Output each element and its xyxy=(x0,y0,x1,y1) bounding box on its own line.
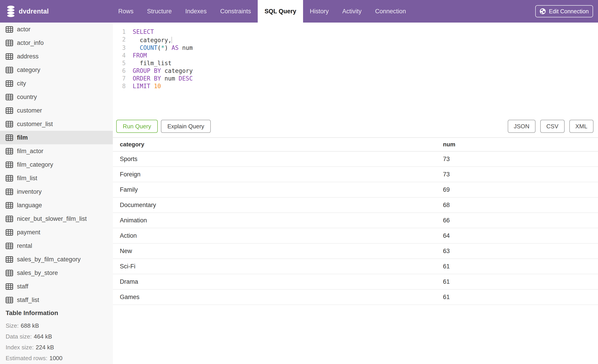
sidebar-item-label: inventory xyxy=(17,188,42,195)
tab-structure[interactable]: Structure xyxy=(140,0,179,23)
table-icon xyxy=(6,202,13,209)
sidebar-item-city[interactable]: city xyxy=(0,77,113,90)
line-number: 2 xyxy=(113,36,126,44)
table-info-row: Estimated rows:1000 xyxy=(6,353,113,364)
table-row: Sci-Fi61 xyxy=(113,259,598,274)
sidebar-item-rental[interactable]: rental xyxy=(0,239,113,253)
sidebar-item-actor_info[interactable]: actor_info xyxy=(0,36,113,50)
sidebar-item-label: city xyxy=(17,80,26,87)
sidebar-item-address[interactable]: address xyxy=(0,50,113,63)
code-text: SELECT xyxy=(133,28,154,36)
explain-query-button[interactable]: Explain Query xyxy=(161,120,211,133)
sidebar-item-staff_list[interactable]: staff_list xyxy=(0,293,113,307)
edit-connection-label: Edit Connection xyxy=(549,8,589,15)
sidebar-item-film_category[interactable]: film_category xyxy=(0,158,113,171)
table-row: Action64 xyxy=(113,228,598,243)
sidebar-item-label: film_category xyxy=(17,161,53,168)
cell-num: 68 xyxy=(443,202,450,209)
code-line: 8LIMIT 10 xyxy=(113,82,598,90)
sidebar-item-language[interactable]: language xyxy=(0,198,113,212)
sidebar-item-sales_by_store[interactable]: sales_by_store xyxy=(0,266,113,280)
tab-indexes[interactable]: Indexes xyxy=(178,0,214,23)
sidebar-item-label: nicer_but_slower_film_list xyxy=(17,215,87,222)
table-info-row: Data size:464 kB xyxy=(6,331,113,342)
cell-category: Action xyxy=(113,232,443,239)
token-txt: ( xyxy=(158,44,161,51)
token-kw: FROM xyxy=(133,52,147,59)
csv-export-button[interactable]: CSV xyxy=(540,120,564,133)
code-text: GROUP BY category xyxy=(133,67,193,75)
sidebar-item-country[interactable]: country xyxy=(0,90,113,104)
results-table: category num Sports73Foreign73Family69Do… xyxy=(113,137,598,305)
sidebar-item-label: actor_info xyxy=(17,40,44,47)
sidebar-item-label: address xyxy=(17,53,39,60)
code-line: 1SELECT xyxy=(113,28,598,36)
brand: dvdrental xyxy=(7,0,49,23)
sidebar-item-label: country xyxy=(17,94,37,101)
tab-constraints[interactable]: Constraints xyxy=(214,0,258,23)
cell-num: 61 xyxy=(443,278,450,285)
sidebar-item-nicer_but_slower_film_list[interactable]: nicer_but_slower_film_list xyxy=(0,212,113,226)
run-query-button[interactable]: Run Query xyxy=(116,120,158,133)
info-label: Data size: xyxy=(6,333,32,340)
sidebar-item-sales_by_film_category[interactable]: sales_by_film_category xyxy=(0,253,113,266)
globe-icon xyxy=(540,8,546,15)
info-label: Estimated rows: xyxy=(6,355,47,362)
sidebar-item-inventory[interactable]: inventory xyxy=(0,185,113,198)
table-icon xyxy=(6,188,13,195)
sidebar-item-category[interactable]: category xyxy=(0,63,113,77)
info-label: Size: xyxy=(6,322,19,329)
token-txt: ) xyxy=(165,44,168,51)
sidebar-item-film[interactable]: film xyxy=(0,131,113,144)
table-row: Foreign73 xyxy=(113,167,598,182)
sql-editor[interactable]: 1SELECT2 category,3 COUNT(*) AS num4FROM… xyxy=(113,28,598,90)
token-kw: SELECT xyxy=(133,28,154,35)
code-text: COUNT(*) AS num xyxy=(133,44,193,52)
text-cursor xyxy=(172,37,172,43)
token-kw: ORDER BY xyxy=(133,75,161,82)
sidebar-item-customer_list[interactable]: customer_list xyxy=(0,117,113,131)
table-icon xyxy=(6,94,13,100)
table-row: Family69 xyxy=(113,182,598,198)
line-number: 7 xyxy=(113,75,126,82)
code-line: 7ORDER BY num DESC xyxy=(113,75,598,82)
table-icon xyxy=(6,270,13,276)
tab-sql-query[interactable]: SQL Query xyxy=(258,0,303,23)
table-icon xyxy=(6,121,13,127)
results-header-row: category num xyxy=(113,137,598,152)
sidebar-item-staff[interactable]: staff xyxy=(0,280,113,293)
tab-rows[interactable]: Rows xyxy=(111,0,140,23)
info-value: 1000 xyxy=(50,355,63,362)
cell-num: 61 xyxy=(443,294,450,301)
code-text: category, xyxy=(133,36,172,44)
table-info-row: Size:688 kB xyxy=(6,320,113,331)
tab-history[interactable]: History xyxy=(303,0,336,23)
table-icon xyxy=(6,297,13,303)
sidebar-item-label: rental xyxy=(17,243,32,250)
line-number: 8 xyxy=(113,82,126,90)
info-value: 224 kB xyxy=(36,344,54,351)
token-txt: category, xyxy=(133,37,172,43)
token-txt xyxy=(133,44,140,51)
sidebar-item-actor[interactable]: actor xyxy=(0,23,113,36)
tab-connection[interactable]: Connection xyxy=(368,0,413,23)
sidebar-item-film_list[interactable]: film_list xyxy=(0,171,113,185)
info-value: 464 kB xyxy=(34,333,52,340)
table-icon xyxy=(6,67,13,73)
table-icon xyxy=(6,175,13,182)
navbar-tabs: RowsStructureIndexesConstraintsSQL Query… xyxy=(111,0,413,23)
table-icon xyxy=(6,216,13,222)
json-export-button[interactable]: JSON xyxy=(508,120,535,133)
table-icon xyxy=(6,162,13,168)
sidebar-item-film_actor[interactable]: film_actor xyxy=(0,144,113,158)
tab-activity[interactable]: Activity xyxy=(336,0,368,23)
sidebar-item-customer[interactable]: customer xyxy=(0,104,113,117)
cell-category: Documentary xyxy=(113,202,443,209)
table-row: Documentary68 xyxy=(113,198,598,213)
token-txt: film_list xyxy=(133,60,172,66)
edit-connection-button[interactable]: Edit Connection xyxy=(535,5,593,17)
xml-export-button[interactable]: XML xyxy=(569,120,593,133)
token-txt: num xyxy=(161,75,178,82)
sidebar-item-payment[interactable]: payment xyxy=(0,226,113,239)
sidebar-item-label: sales_by_film_category xyxy=(17,256,81,263)
